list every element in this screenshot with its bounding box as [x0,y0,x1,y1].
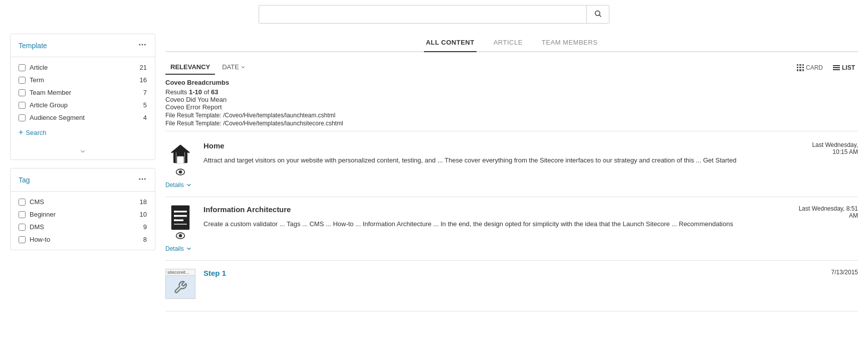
card-view-button[interactable]: CARD [794,62,826,73]
svg-point-5 [139,179,140,180]
tag-facet-more-button[interactable] [138,175,147,185]
template-checkbox-team-member[interactable] [19,89,26,96]
sidebar: Template Article 21 [10,34,155,311]
template-facet-items: Article 21 Term 16 Team Member [11,57,155,145]
breadcrumbs-section: Coveo Breadcrumbs Results 1-10 of 63 Cov… [165,79,858,131]
result-title-info-arch[interactable]: Information Architecture [203,205,291,214]
svg-line-1 [599,15,601,17]
result-snippet-info-arch: Create a custom validator ... Tags ... C… [203,219,858,229]
template-facet-header: Template [11,34,155,57]
tab-article[interactable]: ARTICLE [492,34,525,52]
template-label-team-member: Team Member [30,89,71,96]
template-facet-more-button[interactable] [138,40,147,51]
tag-facet: Tag CMS 18 [10,168,155,250]
svg-point-7 [144,179,146,180]
tag-facet-item-how-to: How-to 8 [11,233,155,246]
tag-label-dms: DMS [30,223,44,231]
svg-point-11 [179,171,182,174]
result-item-step1: sitecoreit... Step 1 7/13/2015 [165,261,858,311]
grid-icon [797,64,804,71]
result-header-info-arch: Information Architecture Last Wednesday,… [165,205,858,241]
thumbnail-body-step1 [166,276,195,298]
template-count-team-member: 7 [143,89,147,96]
template-checkbox-article[interactable] [19,64,26,71]
tag-count-cms: 18 [140,198,147,206]
tab-team-members[interactable]: TEAM MEMBERS [540,34,599,52]
content-tabs: ALL CONTENT ARTICLE TEAM MEMBERS [165,34,858,52]
result-title-step1[interactable]: Step 1 [203,269,226,277]
sort-down-arrow-icon [241,65,246,70]
sort-date-button[interactable]: DATE [217,60,251,75]
svg-point-22 [179,235,182,237]
template-checkbox-audience-segment[interactable] [19,114,26,121]
template-checkbox-article-group[interactable] [19,102,26,109]
svg-point-6 [142,179,143,180]
tag-checkbox-beginner[interactable] [19,211,26,218]
results-total: 63 [211,88,218,96]
tag-count-dms: 9 [143,223,147,231]
result-title-row-step1: Step 1 7/13/2015 [203,269,858,280]
tag-checkbox-how-to[interactable] [19,236,26,243]
svg-rect-19 [174,215,176,217]
result-details-row-info-arch: Details [165,245,858,252]
result-title-home[interactable]: Home [203,141,225,150]
template-label-article: Article [30,64,48,71]
top-search-button[interactable] [586,6,609,23]
svg-rect-20 [174,219,176,221]
tag-facet-header: Tag [11,168,155,192]
chevron-down-icon-home [186,182,192,188]
result-icon-wrap-info-arch [165,205,195,241]
content-area: ALL CONTENT ARTICLE TEAM MEMBERS RELEVAN… [165,34,858,311]
result-date-step1: 7/13/2015 [798,269,858,276]
result-date-info-arch: Last Wednesday, 8:51 AM [798,205,858,219]
file-result-2: File Result Template: /Coveo/Hive/templa… [165,120,858,127]
top-search-wrap [259,5,609,24]
error-report: Coveo Error Report [165,103,858,111]
tag-checkbox-dms[interactable] [19,224,26,231]
result-item-info-arch: Information Architecture Last Wednesday,… [165,197,858,261]
tag-facet-title: Tag [19,176,30,184]
template-count-audience-segment: 4 [143,114,147,121]
template-facet-item-article-group: Article Group 5 [11,99,155,111]
tag-facet-items: CMS 18 Beginner 10 DMS [11,192,155,250]
breadcrumb-title: Coveo Breadcrumbs [165,79,858,86]
list-view-button[interactable]: LIST [830,62,858,73]
template-count-article-group: 5 [143,101,147,109]
template-label-audience-segment: Audience Segment [30,114,85,121]
top-search-input[interactable] [259,6,586,23]
svg-rect-17 [171,206,189,209]
tag-label-cms: CMS [30,198,44,206]
template-label-term: Term [30,76,44,84]
tag-count-beginner: 10 [140,211,147,218]
svg-point-2 [139,44,140,46]
file-result-1: File Result Template: /Coveo/Hive/templa… [165,112,858,119]
chevron-down-icon [79,148,86,155]
template-count-term: 16 [140,76,147,84]
template-facet-collapse[interactable] [11,145,155,159]
svg-rect-12 [171,206,189,230]
result-icon-wrap-step1: sitecoreit... [165,269,195,299]
tab-all-content[interactable]: ALL CONTENT [424,34,477,52]
thumbnail-label-step1: sitecoreit... [166,269,195,276]
eye-icon-home [175,168,185,178]
thumbnail-step1: sitecoreit... [165,269,195,299]
main-layout: Template Article 21 [0,34,868,311]
tag-checkbox-cms[interactable] [19,199,26,206]
result-item-home: Home Last Wednesday, 10:15 AM Attract an… [165,133,858,197]
template-search-label: Search [26,129,46,136]
result-main-step1: Step 1 7/13/2015 [203,269,858,280]
result-title-row-info-arch: Information Architecture Last Wednesday,… [203,205,858,219]
template-facet: Template Article 21 [10,34,155,160]
template-search-link[interactable]: + Search [11,124,155,141]
view-toggle: CARD LIST [794,62,858,73]
details-link-home[interactable]: Details [165,182,184,189]
results-text: Results [165,88,189,96]
template-checkbox-term[interactable] [19,77,26,84]
result-icon-wrap-home [165,141,195,178]
chevron-down-icon-info-arch [186,246,192,252]
plus-icon: + [19,128,23,137]
sort-relevancy-button[interactable]: RELEVANCY [165,60,215,75]
details-link-info-arch[interactable]: Details [165,245,184,252]
eye-icon-info-arch [175,232,185,241]
result-title-row-home: Home Last Wednesday, 10:15 AM [203,141,858,155]
